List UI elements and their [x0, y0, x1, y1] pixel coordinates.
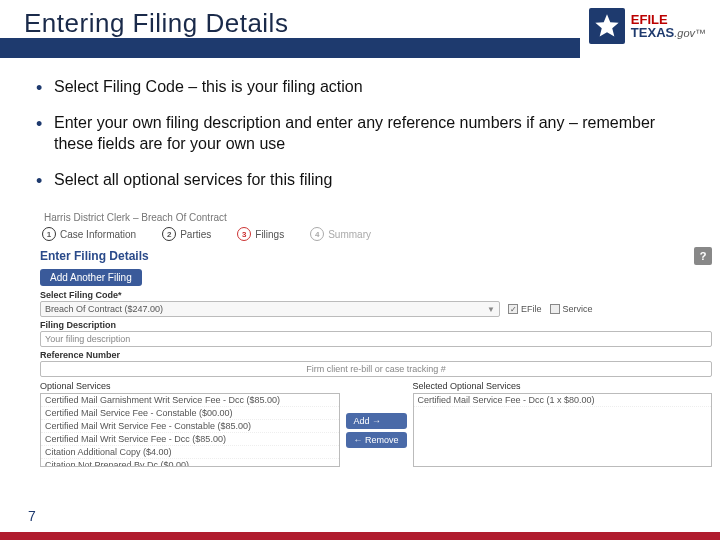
list-item: Certified Mail Writ Service Fee - Consta… — [41, 420, 339, 433]
list-item: Citation Additional Copy ($4.00) — [41, 446, 339, 459]
bullet-item: Select all optional services for this fi… — [36, 169, 692, 191]
filing-description-label: Filing Description — [40, 320, 712, 330]
list-item: Certified Mail Service Fee - Constable (… — [41, 407, 339, 420]
wizard-steps: 1Case Information 2Parties 3Filings 4Sum… — [40, 227, 712, 241]
section-title: Enter Filing Details — [40, 249, 149, 263]
help-icon[interactable]: ? — [694, 247, 712, 265]
selected-services-list[interactable]: Certified Mail Service Fee - Dcc (1 x $8… — [413, 393, 713, 467]
footer-bar — [0, 532, 720, 540]
filing-description-input[interactable]: Your filing description — [40, 331, 712, 347]
header-bar — [0, 38, 580, 58]
page-number: 7 — [22, 506, 42, 526]
efile-texas-logo: EFILE TEXAS.gov™ — [589, 8, 706, 44]
list-item: Certified Mail Writ Service Fee - Dcc ($… — [41, 433, 339, 446]
add-service-button[interactable]: Add → — [346, 413, 407, 429]
embedded-screenshot: Harris District Clerk – Breach Of Contra… — [40, 212, 712, 467]
filing-code-label: Select Filing Code* — [40, 290, 712, 300]
logo-text: EFILE TEXAS.gov™ — [631, 13, 706, 39]
efile-checkbox[interactable]: ✓EFile — [508, 304, 542, 314]
reference-number-label: Reference Number — [40, 350, 712, 360]
add-another-filing-button[interactable]: Add Another Filing — [40, 269, 142, 286]
remove-service-button[interactable]: ← Remove — [346, 432, 407, 448]
bullet-item: Enter your own filing description and en… — [36, 112, 692, 155]
breadcrumb: Harris District Clerk – Breach Of Contra… — [40, 212, 712, 223]
bullet-list: Select Filing Code – this is your filing… — [0, 58, 720, 210]
star-icon — [589, 8, 625, 44]
svg-marker-0 — [595, 14, 618, 36]
selected-services-label: Selected Optional Services — [413, 381, 713, 391]
list-item: Citation Not Prepared By Dc ($0.00) — [41, 459, 339, 467]
list-item: Certified Mail Garnishment Writ Service … — [41, 394, 339, 407]
optional-services-label: Optional Services — [40, 381, 340, 391]
step-summary[interactable]: 4Summary — [310, 227, 371, 241]
optional-services-list[interactable]: Certified Mail Garnishment Writ Service … — [40, 393, 340, 467]
service-checkbox[interactable]: Service — [550, 304, 593, 314]
slide-header: Entering Filing Details EFILE TEXAS.gov™ — [0, 0, 720, 58]
filing-code-select[interactable]: Breach Of Contract ($247.00)▼ — [40, 301, 500, 317]
bullet-item: Select Filing Code – this is your filing… — [36, 76, 692, 98]
chevron-down-icon: ▼ — [487, 305, 495, 314]
step-case-info[interactable]: 1Case Information — [42, 227, 136, 241]
reference-number-input[interactable]: Firm client re-bill or case tracking # — [40, 361, 712, 377]
step-parties[interactable]: 2Parties — [162, 227, 211, 241]
list-item: Certified Mail Service Fee - Dcc (1 x $8… — [414, 394, 712, 407]
step-filings[interactable]: 3Filings — [237, 227, 284, 241]
